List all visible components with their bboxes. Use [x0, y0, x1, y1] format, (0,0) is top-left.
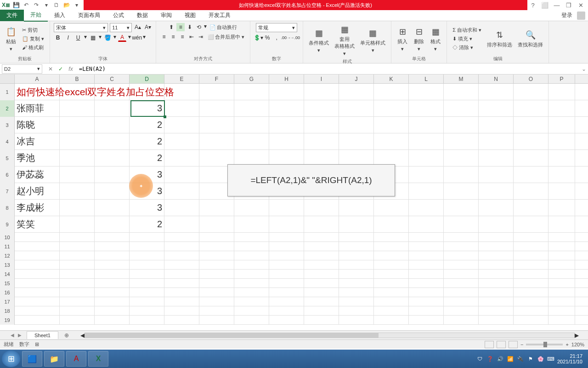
cell[interactable] — [304, 288, 339, 297]
restore-icon[interactable]: ❐ — [563, 1, 574, 9]
cell[interactable] — [444, 260, 479, 269]
cell[interactable] — [95, 84, 130, 100]
cell[interactable] — [409, 133, 444, 150]
cell[interactable] — [234, 200, 269, 216]
row-header[interactable]: 3 — [0, 117, 15, 133]
cell[interactable] — [339, 242, 374, 251]
cell[interactable]: 如何快速给excel双字姓名加占位空格 — [15, 84, 60, 100]
cell[interactable] — [479, 84, 514, 100]
redo-icon[interactable]: ↷ — [32, 1, 40, 9]
cell[interactable] — [15, 279, 60, 288]
row-header[interactable]: 13 — [0, 260, 15, 270]
cell[interactable] — [339, 306, 374, 315]
select-all-corner[interactable] — [0, 75, 15, 83]
cell[interactable] — [130, 251, 164, 260]
cell[interactable] — [374, 297, 409, 306]
fill-button[interactable]: ⬇ 填充 ▾ — [451, 35, 483, 43]
cell[interactable] — [130, 233, 164, 242]
tab-review[interactable]: 审阅 — [154, 10, 178, 21]
formula-expand-icon[interactable]: ⌄ — [580, 66, 588, 72]
cell[interactable] — [514, 100, 548, 116]
align-bottom-icon[interactable]: ⬇ — [186, 23, 194, 31]
tray-ime-icon[interactable]: 🌸 — [537, 355, 544, 362]
cell[interactable] — [269, 150, 304, 166]
cell[interactable] — [269, 84, 304, 100]
cell[interactable] — [130, 316, 164, 324]
column-header[interactable]: N — [479, 75, 514, 83]
zoom-out-icon[interactable]: − — [520, 342, 523, 347]
align-middle-icon[interactable]: ≡ — [176, 23, 185, 31]
column-header[interactable]: F — [199, 75, 234, 83]
cell[interactable]: 李成彬 — [15, 200, 60, 216]
cell[interactable] — [374, 260, 409, 269]
cell[interactable]: 季池 — [15, 150, 60, 166]
cell[interactable] — [269, 251, 304, 260]
cell[interactable] — [164, 288, 199, 297]
cell[interactable] — [514, 167, 548, 183]
wrap-text-button[interactable]: 📄 自动换行 — [208, 23, 239, 31]
cell[interactable] — [374, 242, 409, 251]
cell[interactable] — [304, 133, 339, 150]
cell[interactable] — [95, 183, 130, 199]
cell[interactable] — [444, 150, 479, 166]
cell[interactable] — [339, 233, 374, 242]
cell[interactable] — [199, 288, 234, 297]
cell[interactable] — [164, 167, 199, 183]
tab-view[interactable]: 视图 — [178, 10, 202, 21]
cell[interactable] — [164, 233, 199, 242]
cell[interactable] — [15, 306, 60, 315]
cell[interactable] — [130, 306, 164, 315]
cell[interactable] — [15, 260, 60, 269]
cell[interactable] — [444, 167, 479, 183]
row-header[interactable]: 2 — [0, 100, 15, 117]
cell[interactable] — [95, 100, 130, 116]
cell[interactable] — [514, 242, 548, 251]
cell[interactable] — [199, 316, 234, 324]
cell[interactable] — [514, 183, 548, 199]
cell[interactable] — [164, 260, 199, 269]
cell[interactable] — [339, 316, 374, 324]
cell[interactable] — [95, 316, 130, 324]
cell[interactable] — [199, 150, 234, 166]
cell[interactable] — [409, 233, 444, 242]
cell[interactable] — [199, 270, 234, 278]
cell[interactable] — [304, 251, 339, 260]
avatar-icon[interactable] — [577, 12, 585, 20]
cell[interactable] — [199, 200, 234, 216]
column-header[interactable]: D — [130, 75, 164, 83]
cell[interactable] — [339, 270, 374, 278]
sheet-nav-prev-icon[interactable]: ◀ — [9, 333, 16, 338]
cell[interactable] — [444, 288, 479, 297]
cell[interactable] — [374, 216, 409, 232]
column-header[interactable]: A — [15, 75, 60, 83]
copy-button[interactable]: 📋 复制 ▾ — [20, 35, 46, 43]
cell[interactable]: 张雨菲 — [15, 100, 60, 116]
tray-icon[interactable]: 🔊 — [497, 355, 504, 362]
cell[interactable] — [339, 133, 374, 150]
cell[interactable] — [409, 316, 444, 324]
cell[interactable] — [548, 251, 575, 260]
tab-file[interactable]: 文件 — [0, 10, 24, 21]
cell[interactable] — [444, 316, 479, 324]
format-painter-button[interactable]: 🖌 格式刷 — [20, 44, 46, 52]
comma-icon[interactable]: , — [272, 34, 281, 42]
cell[interactable]: 2 — [130, 117, 164, 133]
open-icon[interactable]: 📂 — [62, 1, 71, 9]
italic-button[interactable]: I — [64, 34, 72, 42]
cell[interactable] — [409, 150, 444, 166]
tab-developer[interactable]: 开发工具 — [202, 10, 237, 21]
cell[interactable] — [514, 251, 548, 260]
row-header[interactable]: 8 — [0, 200, 15, 216]
cell[interactable] — [304, 242, 339, 251]
tab-formulas[interactable]: 公式 — [107, 10, 130, 21]
row-header[interactable]: 15 — [0, 279, 15, 288]
align-center-icon[interactable]: ≡ — [169, 33, 177, 41]
row-header[interactable]: 10 — [0, 233, 15, 242]
cell[interactable] — [95, 242, 130, 251]
cell[interactable] — [304, 306, 339, 315]
cell[interactable] — [234, 117, 269, 133]
cell[interactable] — [60, 150, 95, 166]
cell[interactable] — [479, 233, 514, 242]
cell[interactable] — [444, 242, 479, 251]
cell[interactable] — [130, 270, 164, 278]
